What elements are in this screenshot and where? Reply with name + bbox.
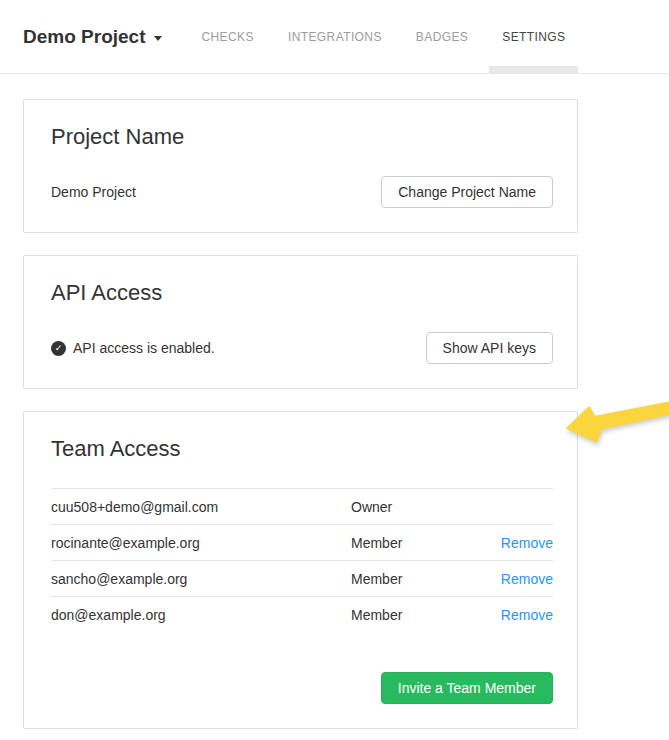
api-access-card-title: API Access	[51, 280, 553, 306]
tab-settings[interactable]: SETTINGS	[489, 0, 578, 73]
team-members-table: cuu508+demo@gmail.com Owner rocinante@ex…	[51, 488, 553, 632]
team-access-card: Team Access cuu508+demo@gmail.com Owner …	[23, 411, 578, 729]
member-email: sancho@example.org	[51, 561, 351, 597]
top-navbar: Demo Project CHECKS INTEGRATIONS BADGES …	[0, 0, 669, 74]
project-name-value: Demo Project	[51, 184, 136, 200]
project-name-card: Project Name Demo Project Change Project…	[23, 99, 578, 233]
api-access-status-text: API access is enabled.	[73, 340, 215, 356]
member-email: don@example.org	[51, 597, 351, 633]
table-row: sancho@example.org Member Remove	[51, 561, 553, 597]
remove-link[interactable]: Remove	[501, 607, 553, 623]
member-role: Member	[351, 525, 496, 561]
remove-link[interactable]: Remove	[501, 571, 553, 587]
remove-link[interactable]: Remove	[501, 535, 553, 551]
project-dropdown-label: Demo Project	[23, 26, 145, 48]
team-members-table-body: cuu508+demo@gmail.com Owner rocinante@ex…	[51, 489, 553, 633]
member-role: Owner	[351, 489, 496, 525]
main-nav: CHECKS INTEGRATIONS BADGES SETTINGS	[184, 0, 582, 73]
invite-team-member-button[interactable]: Invite a Team Member	[381, 672, 553, 704]
chevron-down-icon	[154, 36, 162, 41]
project-dropdown[interactable]: Demo Project	[23, 0, 162, 73]
check-circle-icon: ✓	[51, 341, 66, 356]
tab-checks[interactable]: CHECKS	[188, 0, 266, 73]
show-api-keys-button[interactable]: Show API keys	[426, 332, 553, 364]
table-row: cuu508+demo@gmail.com Owner	[51, 489, 553, 525]
member-email: cuu508+demo@gmail.com	[51, 489, 351, 525]
team-access-card-title: Team Access	[51, 436, 553, 462]
settings-content: Project Name Demo Project Change Project…	[23, 99, 578, 729]
tab-integrations[interactable]: INTEGRATIONS	[275, 0, 395, 73]
member-role: Member	[351, 597, 496, 633]
table-row: don@example.org Member Remove	[51, 597, 553, 633]
member-role: Member	[351, 561, 496, 597]
change-project-name-button[interactable]: Change Project Name	[381, 176, 553, 208]
table-row: rocinante@example.org Member Remove	[51, 525, 553, 561]
api-access-status: ✓ API access is enabled.	[51, 340, 215, 356]
project-name-card-title: Project Name	[51, 124, 553, 150]
member-email: rocinante@example.org	[51, 525, 351, 561]
tab-badges[interactable]: BADGES	[403, 0, 481, 73]
api-access-card: API Access ✓ API access is enabled. Show…	[23, 255, 578, 389]
